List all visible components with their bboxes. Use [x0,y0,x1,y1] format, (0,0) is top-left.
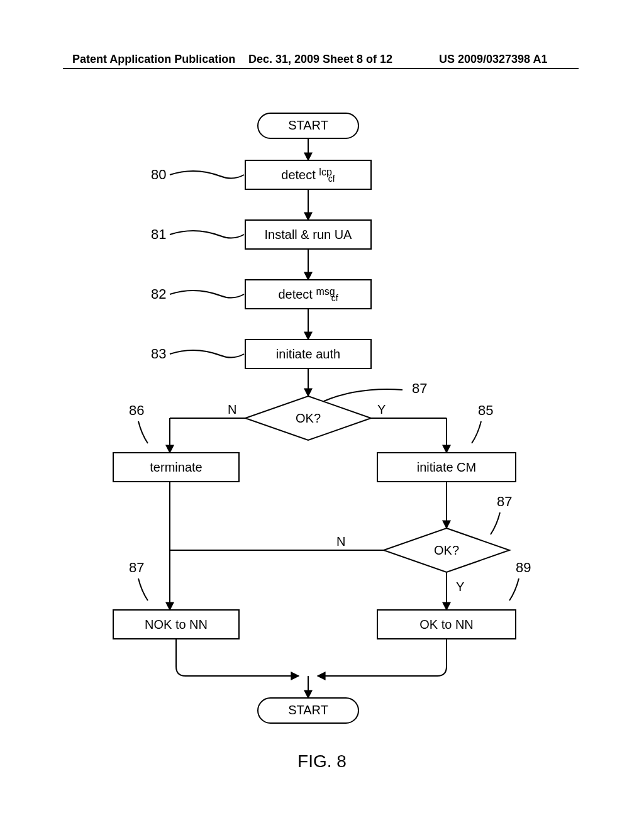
dec87-no: N [336,534,345,548]
dec84-no: N [228,402,236,416]
leader-86 [138,421,148,443]
dec84-label: OK? [296,411,321,425]
ref-84line: 87 [412,380,427,396]
header-right: US 2009/0327398 A1 [439,53,547,66]
arrow-nok-merge [176,639,299,676]
header-rule [63,68,579,69]
dec84-yes: Y [377,402,386,416]
leader-82 [170,290,244,298]
leader-87left [138,578,148,600]
leader-85 [472,421,481,443]
ref-83: 83 [151,346,166,362]
step87-label: NOK to NN [145,617,208,631]
step83-label: initiate auth [276,347,340,361]
leader-83 [170,350,244,358]
end-label: START [288,703,328,717]
ref-85: 85 [478,402,493,418]
dec87-yes: Y [456,580,464,594]
leader-84 [324,389,402,401]
figure-caption: FIG. 8 [0,751,644,772]
flowchart-svg: START detect lcpcf 80 Install & run UA 8… [63,88,579,748]
step86-label: terminate [150,460,202,474]
step89-label: OK to NN [419,617,474,631]
ref-87left: 87 [129,560,144,575]
arrow-ok-merge [318,639,447,676]
dec87-label: OK? [434,543,459,557]
step85-label: initiate CM [417,460,476,474]
header-center: Dec. 31, 2009 Sheet 8 of 12 [248,53,392,66]
ref-81: 81 [151,226,166,242]
ref-87b: 87 [497,494,512,509]
leader-80 [170,171,244,179]
ref-89: 89 [516,560,531,575]
leader-81 [170,231,244,238]
leader-89 [509,578,519,600]
leader-87b [491,512,500,534]
ref-82: 82 [151,286,166,302]
start-label: START [288,118,328,132]
header-left: Patent Application Publication [72,53,235,66]
step81-label: Install & run UA [265,228,353,241]
ref-86: 86 [129,402,144,418]
ref-80: 80 [151,167,166,182]
